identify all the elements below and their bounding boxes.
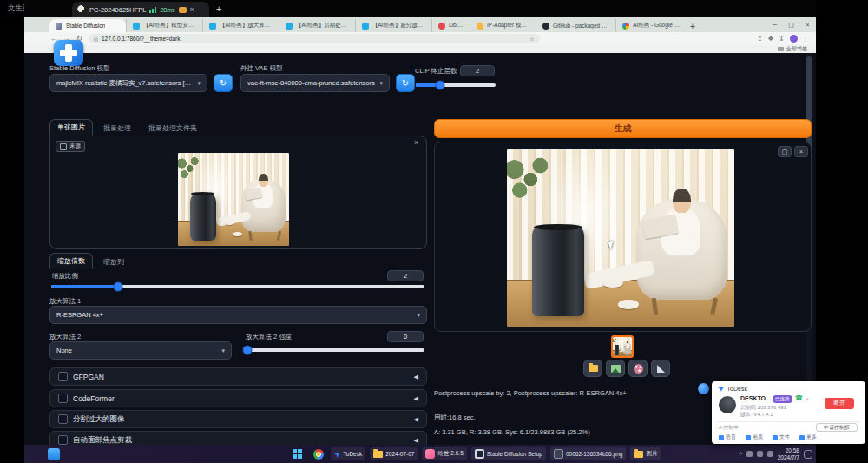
browser-tab-bilibili-4[interactable]: 【AI绘画】超分放大实战 - 哔哩哔哩: [355, 19, 431, 32]
download-icon[interactable]: ↧: [779, 35, 784, 43]
bookmarks-label[interactable]: 全部书签: [786, 45, 807, 53]
chevron-down-icon[interactable]: ⌄: [805, 394, 810, 401]
tray-expand-icon[interactable]: ^: [739, 451, 741, 457]
browser-tab-github[interactable]: GitHub - packaged Studio: [536, 19, 615, 32]
scale-ratio-slider[interactable]: [51, 285, 424, 288]
todesk-device-name: DESKTO...: [740, 395, 771, 401]
todesk-taskbar-button[interactable]: ➤ToDesk: [331, 447, 365, 460]
chrome-taskbar-button[interactable]: [310, 446, 326, 461]
language-indicator[interactable]: [767, 451, 773, 457]
volume-icon[interactable]: [757, 451, 763, 457]
input-image[interactable]: [178, 153, 289, 246]
browser-tab-stable-diffusion[interactable]: Stable Diffusion: [49, 19, 126, 32]
checkbox[interactable]: [58, 435, 68, 445]
file-icon: [773, 435, 778, 440]
remote-session-tab[interactable]: PC-20240625HFPL 28ms ×: [72, 2, 209, 17]
save-image-button[interactable]: [606, 360, 625, 377]
address-bar[interactable]: ◎ 127.0.0.1:7860/?__theme=dark ☆: [89, 34, 540, 43]
session-close-button[interactable]: ×: [190, 5, 194, 14]
open-folder-button[interactable]: [583, 360, 602, 377]
todesk-more-action[interactable]: 更多: [799, 433, 817, 441]
upscaler2-dropdown[interactable]: None▾: [49, 341, 232, 360]
new-session-button[interactable]: +: [216, 3, 221, 14]
gallery-thumbnail[interactable]: [611, 335, 634, 358]
browser-tab-google-search[interactable]: AI绘画 - Google 搜索: [615, 19, 687, 32]
generate-button[interactable]: 生成: [434, 119, 812, 138]
folder-taskbar-button[interactable]: 2024-07-07: [370, 447, 418, 460]
send-to-extras-button[interactable]: [651, 360, 670, 377]
todesk-avatar: [719, 396, 736, 413]
site-info-icon[interactable]: ◎: [94, 36, 98, 42]
phone-icon[interactable]: ☎: [795, 394, 803, 401]
clear-image-button[interactable]: ×: [414, 138, 418, 147]
checkbox[interactable]: [58, 414, 68, 424]
accordion-split-oversized[interactable]: 分割过大的图像 ◀: [49, 410, 427, 428]
github-favicon: [542, 23, 549, 30]
refresh-vae-button[interactable]: ↻: [396, 74, 415, 92]
window-maximize-button[interactable]: ▢: [783, 17, 799, 32]
start-button[interactable]: [289, 446, 306, 461]
network-icon[interactable]: [746, 451, 753, 457]
refresh-models-button[interactable]: ↻: [214, 74, 233, 92]
menu-icon[interactable]: ⋮: [803, 35, 810, 43]
windows-icon: [293, 449, 297, 453]
subtab-batch-process[interactable]: 批量处理: [96, 121, 138, 136]
gallery-fullscreen-button[interactable]: ▢: [778, 146, 792, 157]
scale-ratio-value[interactable]: 2: [387, 270, 424, 281]
todesk-disconnect-button[interactable]: 断开: [825, 398, 854, 409]
todesk-version-line: 版本: V4.7.4.1: [740, 411, 773, 419]
vae-dropdown[interactable]: vae-ft-mse-840000-ema-pruned.safetensors…: [240, 74, 390, 92]
browser-tab-bilibili-3[interactable]: 【AI绘画】后期处理教程 - 哔哩哔哩: [279, 19, 355, 32]
weather-icon: [48, 448, 60, 460]
bookmarks-folder-icon: [778, 47, 784, 51]
voice-icon: [719, 435, 724, 440]
accordion-gfpgan[interactable]: GFPGAN ◀: [49, 367, 427, 386]
gallery-close-button[interactable]: ×: [794, 146, 808, 157]
scene-light-haze: [613, 337, 632, 356]
share-icon[interactable]: ↥: [757, 35, 762, 43]
upscaler2-strength-slider[interactable]: [246, 348, 424, 352]
browser-tab-doc[interactable]: IP-Adapter 模型指南: [470, 19, 536, 32]
profile-avatar[interactable]: [790, 35, 798, 43]
upscaler1-dropdown[interactable]: R-ESRGAN 4x+▾: [49, 306, 427, 324]
todesk-request-control-button[interactable]: 申请控制权: [816, 423, 858, 432]
widgets-button[interactable]: [45, 446, 62, 461]
browser-tab-bilibili-1[interactable]: 【AI绘画】模型安装教程 - 哔哩哔哩: [126, 19, 202, 32]
palette-icon: [634, 364, 643, 374]
checkbox[interactable]: [58, 394, 68, 403]
browser-tab-liblib[interactable]: LiblibAI·哩布哩布AI: [431, 19, 470, 32]
checkbox[interactable]: [58, 372, 68, 381]
browser-tab-bilibili-2[interactable]: 【AI绘画】放大算法对比 - 哔哩哔哩: [202, 19, 279, 32]
clip-skip-slider[interactable]: [416, 83, 496, 87]
subtab-batch-from-directory[interactable]: 批量处理文件夹: [141, 121, 204, 136]
bookmark-star-icon[interactable]: ☆: [529, 36, 534, 42]
todesk-voice-action[interactable]: 语音: [719, 433, 736, 441]
window-close-button[interactable]: ×: [799, 17, 816, 32]
clock[interactable]: 20:58 2024/7/7: [778, 447, 799, 461]
window-minimize-button[interactable]: ─: [766, 17, 783, 32]
subtab-scale-by[interactable]: 缩放倍数: [49, 253, 93, 269]
pictures-taskbar-button[interactable]: 图片: [630, 447, 661, 460]
image-file-taskbar-button[interactable]: 00062-136534b56.png: [550, 447, 626, 460]
sd-console-taskbar-button[interactable]: Stable Diffusion Setup: [471, 447, 546, 460]
clip-skip-value[interactable]: 2: [460, 65, 495, 76]
launcher-taskbar-button[interactable]: 绘世 2.6.5: [422, 447, 466, 460]
upscaler2-strength-label: 放大算法 2 强度: [246, 333, 292, 341]
bookmarks-bar: 全部书签: [24, 45, 816, 53]
browser-tabstrip: Stable Diffusion 【AI绘画】模型安装教程 - 哔哩哔哩 【AI…: [24, 17, 816, 32]
clip-skip-label: CLIP 终止层数: [415, 67, 457, 76]
upscaler2-strength-value[interactable]: 0: [387, 331, 424, 342]
extensions-icon[interactable]: ❖: [767, 35, 773, 43]
output-image[interactable]: [507, 149, 734, 327]
taskbar-center: ➤ToDesk 2024-07-07 绘世 2.6.5 Stable Diffu…: [289, 446, 661, 462]
subtab-scale-to[interactable]: 缩放到: [96, 255, 131, 269]
todesk-file-action[interactable]: 文件: [773, 433, 790, 441]
subtab-single-image[interactable]: 单张图片: [49, 119, 93, 136]
accordion-codeformer[interactable]: CodeFormer ◀: [49, 389, 427, 407]
sd-model-dropdown[interactable]: majicMIX realistic 麦橘写实_v7.safetensors […: [49, 74, 207, 92]
notification-center-icon[interactable]: [804, 450, 812, 459]
send-to-img2img-button[interactable]: [628, 360, 648, 377]
todesk-quality-action[interactable]: 画质: [746, 433, 763, 441]
todesk-floating-ball[interactable]: [698, 383, 709, 394]
browser-new-tab-button[interactable]: +: [687, 20, 699, 32]
